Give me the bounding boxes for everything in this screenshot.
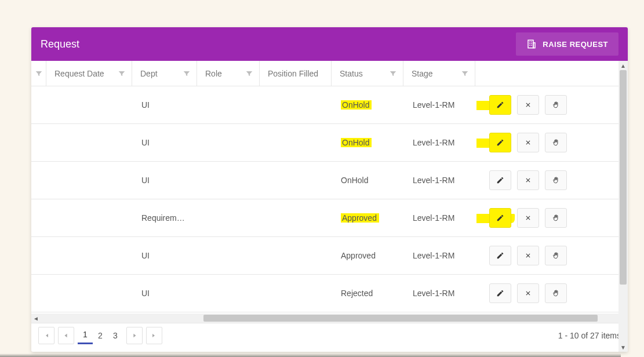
column-dept[interactable]: Dept	[132, 61, 197, 86]
delete-button[interactable]	[517, 95, 539, 115]
pager-page-2[interactable]: 2	[93, 327, 108, 344]
cell-stage: Level-1-RM	[405, 100, 476, 110]
pencil-icon	[496, 101, 504, 109]
edit-button[interactable]	[489, 170, 511, 190]
pager-page-1[interactable]: 1	[78, 327, 93, 344]
svg-rect-0	[528, 40, 533, 48]
column-actions	[475, 61, 618, 86]
table-row: UIApprovedLevel-1-RM	[31, 237, 628, 275]
column-lead[interactable]	[31, 61, 46, 86]
edit-button[interactable]	[489, 283, 511, 303]
column-role[interactable]: Role	[197, 61, 260, 86]
scroll-thumb[interactable]	[203, 315, 598, 322]
column-label: Status	[340, 69, 389, 78]
column-label: Dept	[140, 69, 183, 78]
cell-status: OnHold	[333, 138, 405, 147]
close-icon	[525, 177, 532, 184]
cell-actions	[476, 208, 619, 228]
filter-icon[interactable]	[461, 70, 469, 78]
column-position-filled[interactable]: Position Filled	[260, 61, 332, 86]
scroll-track[interactable]	[618, 70, 628, 343]
delete-button[interactable]	[517, 283, 539, 303]
card-header: Request RAISE REQUEST	[31, 27, 628, 61]
vertical-scrollbar[interactable]: ▲ ▼	[618, 61, 628, 352]
column-label: Role	[205, 69, 245, 78]
filter-icon[interactable]	[389, 70, 397, 78]
close-icon	[525, 252, 532, 259]
pager-page-3[interactable]: 3	[108, 327, 123, 344]
cell-actions	[476, 133, 619, 152]
cell-actions	[476, 246, 619, 265]
pencil-icon	[496, 252, 504, 260]
building-icon	[526, 39, 537, 49]
table-row: Requirem…ApprovedLevel-1-RM	[31, 199, 628, 237]
table-row: UIOnHoldLevel-1-RM	[31, 162, 628, 199]
grab-button[interactable]	[545, 170, 567, 190]
cell-dept: UI	[133, 176, 198, 185]
cell-status: Rejected	[333, 289, 405, 298]
raise-request-button[interactable]: RAISE REQUEST	[516, 32, 618, 56]
grid-header-row: Request Date Dept Role Position Filled	[31, 61, 628, 86]
pager-last-button[interactable]	[146, 327, 162, 344]
scroll-left-icon[interactable]: ◄	[31, 314, 41, 323]
delete-button[interactable]	[517, 133, 539, 152]
request-card: Request RAISE REQUEST Request Date	[31, 27, 628, 352]
pager: 123 1 - 10 of 27 items	[31, 323, 628, 347]
cell-status: Approved	[333, 213, 405, 223]
close-icon	[525, 214, 532, 221]
filter-icon[interactable]	[35, 70, 43, 78]
cell-actions	[476, 95, 619, 115]
table-row: UIRejectedLevel-1-RM	[31, 275, 628, 312]
grab-button[interactable]	[545, 246, 567, 265]
edit-button[interactable]	[489, 133, 511, 152]
pager-prev-button[interactable]	[58, 327, 74, 344]
hand-icon	[552, 252, 560, 260]
cell-stage: Level-1-RM	[405, 251, 476, 260]
grab-button[interactable]	[545, 133, 567, 152]
pager-summary: 1 - 10 of 27 items	[558, 331, 621, 340]
grab-button[interactable]	[545, 208, 567, 228]
pencil-icon	[496, 214, 504, 222]
pencil-icon	[496, 289, 504, 297]
filter-icon[interactable]	[118, 70, 126, 78]
pager-first-button[interactable]	[38, 327, 54, 344]
horizontal-scrollbar[interactable]: ◄ ►	[31, 314, 628, 323]
pager-controls: 123	[38, 327, 162, 344]
column-label: Position Filled	[268, 69, 325, 78]
delete-button[interactable]	[517, 170, 539, 190]
delete-button[interactable]	[517, 208, 539, 228]
cell-actions	[476, 170, 619, 190]
hand-icon	[552, 139, 560, 147]
scroll-track[interactable]	[41, 314, 618, 323]
cell-dept: UI	[133, 100, 198, 110]
column-label: Request Date	[54, 69, 118, 78]
grab-button[interactable]	[545, 283, 567, 303]
cell-stage: Level-1-RM	[405, 138, 476, 147]
column-status[interactable]: Status	[332, 61, 403, 86]
cell-status: Approved	[333, 251, 405, 260]
column-stage[interactable]: Stage	[403, 61, 475, 86]
cell-status: OnHold	[333, 100, 405, 110]
grid-body: UIOnHoldLevel-1-RMUIOnHoldLevel-1-RMUIOn…	[31, 86, 628, 314]
bottom-shadow	[0, 354, 621, 357]
column-request-date[interactable]: Request Date	[46, 61, 132, 86]
cell-dept: Requirem…	[133, 213, 198, 223]
scroll-up-icon[interactable]: ▲	[618, 61, 628, 70]
hand-icon	[552, 289, 560, 297]
edit-button[interactable]	[489, 246, 511, 265]
cell-dept: UI	[133, 289, 198, 298]
pager-next-button[interactable]	[126, 327, 143, 344]
edit-button[interactable]	[489, 208, 511, 228]
cell-stage: Level-1-RM	[405, 176, 476, 185]
filter-icon[interactable]	[245, 70, 253, 78]
scroll-thumb[interactable]	[620, 70, 627, 285]
edit-button[interactable]	[489, 95, 511, 115]
delete-button[interactable]	[517, 246, 539, 265]
grab-button[interactable]	[545, 95, 567, 115]
filter-icon[interactable]	[183, 70, 191, 78]
cell-stage: Level-1-RM	[405, 289, 476, 298]
scroll-down-icon[interactable]: ▼	[618, 343, 628, 352]
hand-icon	[552, 176, 560, 184]
grid-area: Request Date Dept Role Position Filled	[31, 61, 628, 352]
hand-icon	[552, 101, 560, 109]
